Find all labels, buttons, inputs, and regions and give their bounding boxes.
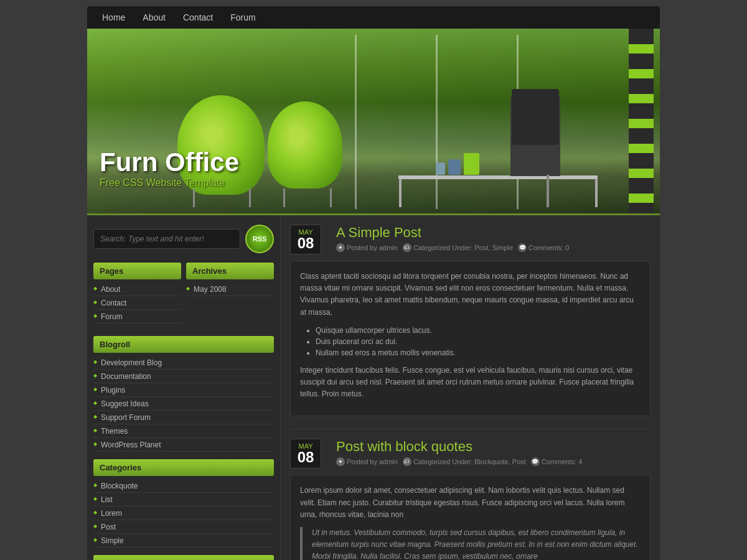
site-header: Furn Office Free CSS Website Template (87, 29, 660, 215)
nav-forum[interactable]: Forum (222, 6, 264, 29)
archives-list: May 2008 (186, 282, 274, 296)
categories-widget: Categories Blockquote List Lorem Post Si… (93, 459, 274, 548)
meta-title: Meta (93, 555, 274, 560)
post-1-list: Quisque ullamcorper ultrices lacus. Duis… (316, 325, 641, 358)
list-item: Quisque ullamcorper ultrices lacus. (316, 325, 641, 336)
list-item: Duis placerat orci ac dui. (316, 336, 641, 347)
archives-widget: Archives May 2008 (186, 263, 274, 329)
tag-icon: 🏷 (403, 243, 411, 252)
post-1-comments-meta: 💬 Comments: 0 (518, 243, 569, 252)
nav-bar: Home About Contact Forum (87, 6, 660, 29)
site-subtitle: Free CSS Website Template (100, 177, 239, 189)
tag-icon: 🏷 (403, 457, 411, 466)
comment-icon: 💬 (531, 457, 540, 466)
search-rss-row: RSS (93, 225, 274, 253)
sidebar: RSS Pages About Contact Forum Archives M… (87, 215, 280, 560)
post-1-date: MAY 08 (290, 225, 321, 254)
post-2-cat-meta: 🏷 Categorized Under: Blockquote, Post (403, 457, 526, 466)
nav-home[interactable]: Home (93, 6, 134, 29)
archives-title: Archives (186, 263, 274, 279)
main-content: MAY 08 A Simple Post ✦ Posted by admin (280, 215, 660, 560)
list-item: Blockquote (93, 479, 274, 493)
list-item: WordPress Planet (93, 438, 274, 452)
list-item: Forum (93, 310, 181, 324)
blogroll-list: Development Blog Documentation Plugins S… (93, 356, 274, 452)
list-item: List (93, 493, 274, 506)
post-1-author-meta: ✦ Posted by admin (336, 243, 398, 252)
post-2-title[interactable]: Post with block quotes (336, 439, 582, 455)
list-item: Development Blog (93, 356, 274, 370)
meta-widget: Meta Log in Entries RSS Comments RSS Wor… (93, 555, 274, 560)
list-item: Documentation (93, 370, 274, 383)
post-2: MAY 08 Post with block quotes ✦ Posted b… (290, 439, 651, 560)
site-title: Furn Office (100, 147, 239, 177)
post-2-author-meta: ✦ Posted by admin (336, 457, 398, 466)
list-item: Post (93, 520, 274, 534)
list-item: May 2008 (186, 282, 274, 296)
pages-title: Pages (93, 263, 181, 279)
content-area: RSS Pages About Contact Forum Archives M… (87, 215, 660, 560)
list-item: Lorem (93, 506, 274, 520)
post-2-comments-meta: 💬 Comments: 4 (531, 457, 582, 466)
post-1-footer-text: Integer tincidunt faucibus felis. Fusce … (300, 365, 641, 401)
post-1: MAY 08 A Simple Post ✦ Posted by admin (290, 225, 651, 416)
list-item: Support Forum (93, 411, 274, 424)
list-item: Themes (93, 424, 274, 438)
post-2-content: Lorem ipsum dolor sit amet, consectetuer… (290, 475, 651, 560)
nav-contact[interactable]: Contact (174, 6, 222, 29)
list-item: About (93, 282, 181, 296)
blogroll-widget: Blogroll Development Blog Documentation … (93, 336, 274, 452)
post-2-excerpt: Lorem ipsum dolor sit amet, consectetuer… (300, 485, 641, 521)
pages-widget: Pages About Contact Forum (93, 263, 181, 329)
post-2-header: Post with block quotes ✦ Posted by admin… (336, 439, 582, 466)
list-item: Suggest Ideas (93, 397, 274, 411)
post-1-cat-meta: 🏷 Categorized Under: Post, Simple (403, 243, 513, 252)
search-input[interactable] (93, 229, 240, 249)
header-title-block: Furn Office Free CSS Website Template (100, 147, 239, 189)
nav-about[interactable]: About (134, 6, 174, 29)
post-2-meta: ✦ Posted by admin 🏷 Categorized Under: B… (336, 457, 582, 466)
post-1-content: Class aptent taciti sociosqu ad litora t… (290, 261, 651, 416)
post-divider (290, 429, 651, 429)
comment-icon: 💬 (518, 243, 527, 252)
categories-title: Categories (93, 459, 274, 476)
post-1-meta: ✦ Posted by admin 🏷 Categorized Under: P… (336, 243, 569, 252)
post-2-date: MAY 08 (290, 439, 321, 469)
categories-list: Blockquote List Lorem Post Simple (93, 479, 274, 548)
list-item: Contact (93, 296, 181, 310)
list-item: Simple (93, 534, 274, 548)
post-2-blockquote: Ut in metus. Vestibulum commodo, turpis … (300, 527, 641, 560)
post-1-excerpt: Class aptent taciti sociosqu ad litora t… (300, 271, 641, 319)
blogroll-title: Blogroll (93, 336, 274, 353)
person-icon: ✦ (336, 457, 345, 466)
post-1-header: A Simple Post ✦ Posted by admin 🏷 Catego… (336, 225, 569, 252)
pages-list: About Contact Forum (93, 282, 181, 324)
pages-archives-row: Pages About Contact Forum Archives May 2… (93, 263, 274, 336)
list-item: Plugins (93, 383, 274, 397)
person-icon: ✦ (336, 243, 345, 252)
post-1-title[interactable]: A Simple Post (336, 225, 569, 241)
rss-button[interactable]: RSS (245, 225, 274, 253)
list-item: Nullam sed eros a metus mollis venenatis… (316, 347, 641, 358)
